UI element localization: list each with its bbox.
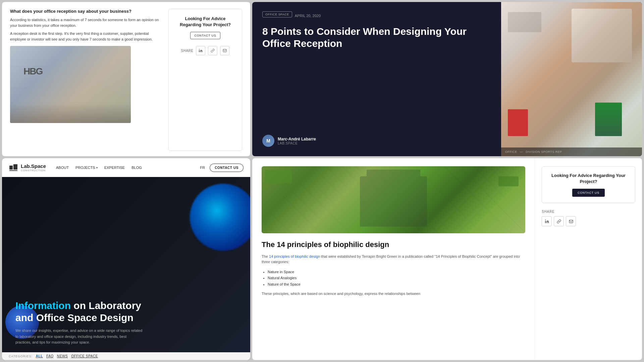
building-shape <box>360 176 427 227</box>
hero-heading: Information on Laboratoryand Office Spac… <box>15 300 237 324</box>
cat-faq[interactable]: FAQ <box>46 354 54 358</box>
hero-highlight: Information <box>15 300 71 311</box>
nav-projects[interactable]: PROJECTS ▾ <box>75 166 98 170</box>
biophilic-building-image <box>262 166 525 233</box>
card-office-reception-article: What does your office reception say abou… <box>2 2 250 156</box>
projects-chevron: ▾ <box>96 166 98 169</box>
navigation-bar: Lab.Space CONSTRUCTION ABOUT PROJECTS ▾ … <box>2 158 250 177</box>
svg-point-5 <box>545 220 546 220</box>
logo-name: Lab.Space <box>21 163 46 169</box>
hrg-logo: HBG <box>23 66 42 77</box>
linkedin-share-icon[interactable] <box>196 46 205 55</box>
article-heading: What does your office reception say abou… <box>10 9 162 14</box>
contact-us-nav-button[interactable]: CONTACT US <box>210 164 244 172</box>
svg-rect-4 <box>9 170 17 171</box>
img-tag-division: DIVISION SPORTS REP <box>526 150 562 154</box>
categories-bar: CATEGORIES: ALL FAQ NEWS OFFICE SPACE <box>2 352 250 360</box>
linkedin-icon-bio[interactable] <box>542 216 552 226</box>
img-tag-office: OFFICE <box>505 150 517 154</box>
cat-all[interactable]: ALL <box>36 354 43 358</box>
side-share-label: SHARE <box>542 210 635 214</box>
link-icon-bio[interactable] <box>554 216 564 226</box>
biophilic-title: The 14 principles of biophilic design <box>262 240 525 250</box>
nav-right: FR CONTACT US <box>200 164 244 172</box>
card-biophilic-article: The 14 principles of biophilic design Th… <box>252 158 642 360</box>
biophilic-side-panel: Looking For Advice Regarding Your Projec… <box>535 158 642 360</box>
svg-rect-3 <box>13 164 17 170</box>
share-label: SHARE <box>181 49 194 53</box>
side-share-icons <box>542 216 635 226</box>
article-para-1: According to statistics, it takes a maxi… <box>10 17 162 28</box>
bullet-3: Nature of the Space <box>268 281 525 288</box>
biophilic-bullets: Nature in Space Natural Analogies Nature… <box>262 269 525 288</box>
article-tag: OFFICE SPACE <box>262 11 292 17</box>
author-avatar: M <box>262 135 274 147</box>
hero-paragraph: We share our insights, expertise, and ad… <box>15 328 143 346</box>
svg-point-0 <box>199 49 200 50</box>
email-share-icon[interactable] <box>220 46 229 55</box>
side-advice-title: Looking For Advice Regarding Your Projec… <box>547 173 630 185</box>
office-reception-image: HBG <box>10 46 131 123</box>
biophilic-more-text: These principles, which are based on sci… <box>262 291 525 297</box>
logo-subtitle: CONSTRUCTION <box>21 169 46 172</box>
advice-box-biophilic: Looking For Advice Regarding Your Projec… <box>542 166 635 203</box>
share-row: SHARE <box>181 46 230 55</box>
logo-icon <box>9 163 18 172</box>
intro-link[interactable]: 14 principles of biophilic design <box>269 254 320 258</box>
nav-blog[interactable]: BLOG <box>131 166 142 170</box>
biophilic-main-content: The 14 principles of biophilic design Th… <box>252 158 535 360</box>
contact-us-button-top-left[interactable]: CONTACT US <box>190 32 221 39</box>
advice-box-top-left: Looking For Advice Regarding Your Projec… <box>168 9 242 151</box>
email-icon-bio[interactable] <box>566 216 576 226</box>
intro-pre: The <box>262 254 269 258</box>
author-row: M Marc-André Labarre LAB.SPACE <box>262 135 491 147</box>
language-toggle[interactable]: FR <box>200 166 205 170</box>
svg-rect-1 <box>223 49 226 52</box>
nav-about[interactable]: ABOUT <box>56 166 69 170</box>
nav-expertise[interactable]: EXPERTISE <box>104 166 125 170</box>
dark-hero-section: Information on Laboratoryand Office Spac… <box>2 177 250 352</box>
side-share-section: SHARE <box>542 210 635 226</box>
hero-text-block: Information on Laboratoryand Office Spac… <box>15 300 237 346</box>
contact-us-bio-button[interactable]: CONTACT US <box>572 189 605 197</box>
nav-links: ABOUT PROJECTS ▾ EXPERTISE BLOG <box>56 166 190 170</box>
advice-box-title: Looking For Advice Regarding Your Projec… <box>174 16 236 28</box>
article-date: APRIL 20, 2020 <box>295 14 321 18</box>
link-share-icon[interactable] <box>208 46 217 55</box>
svg-rect-6 <box>569 220 573 223</box>
article-hero-image: OFFICE — DIVISION SPORTS REP <box>501 2 642 156</box>
cat-news[interactable]: NEWS <box>57 354 68 358</box>
image-tags-overlay: OFFICE — DIVISION SPORTS REP <box>501 147 642 156</box>
article-para-2: A reception desk is the first step. It's… <box>10 31 162 42</box>
logo[interactable]: Lab.Space CONSTRUCTION <box>9 163 46 172</box>
cat-office-space[interactable]: OFFICE SPACE <box>71 354 98 358</box>
biophilic-intro: The 14 principles of biophilic design th… <box>262 254 525 265</box>
svg-rect-2 <box>9 166 13 170</box>
author-role: LAB.SPACE <box>278 141 316 145</box>
bullet-2: Natural Analogies <box>268 275 525 281</box>
article-main-title: 8 Points to Consider When Designing Your… <box>262 25 491 50</box>
categories-label: CATEGORIES: <box>9 355 33 358</box>
card-8-points-article: OFFICE SPACE APRIL 20, 2020 8 Points to … <box>252 2 642 156</box>
card-labspace-hero: Lab.Space CONSTRUCTION ABOUT PROJECTS ▾ … <box>2 158 250 360</box>
author-name: Marc-André Labarre <box>278 137 316 141</box>
bullet-1: Nature in Space <box>268 269 525 275</box>
